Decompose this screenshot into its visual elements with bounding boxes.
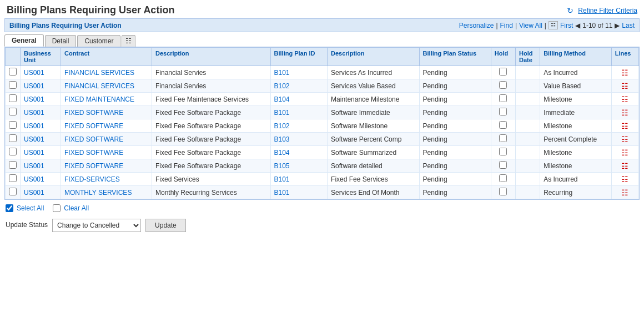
row-lines[interactable]: ☷ bbox=[611, 79, 638, 93]
row-checkbox-cell[interactable] bbox=[6, 186, 21, 199]
select-all-checkbox[interactable] bbox=[6, 204, 13, 212]
view-all-link[interactable]: View All bbox=[519, 22, 542, 29]
row-billing-plan-id[interactable]: B102 bbox=[270, 119, 328, 133]
lines-icon[interactable]: ☷ bbox=[621, 108, 628, 117]
row-checkbox[interactable] bbox=[9, 161, 17, 169]
row-lines[interactable]: ☷ bbox=[611, 186, 638, 199]
hold-checkbox[interactable] bbox=[499, 108, 507, 115]
hold-checkbox[interactable] bbox=[499, 68, 507, 76]
row-billing-plan-id[interactable]: B102 bbox=[270, 79, 328, 93]
row-checkbox-cell[interactable] bbox=[6, 66, 21, 79]
refresh-icon[interactable]: ↻ bbox=[567, 6, 573, 15]
row-billing-plan-id[interactable]: B103 bbox=[270, 133, 328, 146]
row-contract[interactable]: FIXED MAINTENANCE bbox=[61, 93, 152, 106]
row-contract[interactable]: FINANCIAL SERVICES bbox=[61, 66, 152, 79]
row-checkbox[interactable] bbox=[9, 121, 17, 129]
hold-checkbox[interactable] bbox=[499, 188, 507, 195]
refine-filter-link[interactable]: Refine Filter Criteria bbox=[578, 7, 637, 14]
hold-checkbox[interactable] bbox=[499, 121, 507, 129]
lines-icon[interactable]: ☷ bbox=[621, 122, 628, 130]
row-checkbox[interactable] bbox=[9, 81, 17, 89]
tab-general[interactable]: General bbox=[4, 34, 44, 47]
row-hold[interactable] bbox=[491, 133, 515, 146]
row-checkbox-cell[interactable] bbox=[6, 119, 21, 133]
row-lines[interactable]: ☷ bbox=[611, 119, 638, 133]
row-checkbox[interactable] bbox=[9, 188, 17, 195]
tab-icon[interactable]: ☷ bbox=[122, 35, 135, 47]
row-billing-plan-id[interactable]: B101 bbox=[270, 66, 328, 79]
row-contract[interactable]: FINANCIAL SERVICES bbox=[61, 79, 152, 93]
lines-icon[interactable]: ☷ bbox=[621, 135, 628, 144]
row-billing-plan-id[interactable]: B104 bbox=[270, 93, 328, 106]
row-checkbox[interactable] bbox=[9, 174, 17, 182]
last-label[interactable]: Last bbox=[622, 22, 635, 29]
row-checkbox[interactable] bbox=[9, 94, 17, 102]
lines-icon[interactable]: ☷ bbox=[621, 188, 628, 197]
hold-checkbox[interactable] bbox=[499, 81, 507, 89]
tab-customer[interactable]: Customer bbox=[77, 35, 120, 47]
update-button[interactable]: Update bbox=[145, 219, 186, 232]
row-checkbox[interactable] bbox=[9, 108, 17, 115]
lines-icon[interactable]: ☷ bbox=[621, 175, 628, 184]
row-checkbox[interactable] bbox=[9, 148, 17, 155]
hold-checkbox[interactable] bbox=[499, 174, 507, 182]
next-icon[interactable]: ▶ bbox=[615, 22, 620, 29]
row-hold[interactable] bbox=[491, 93, 515, 106]
row-hold[interactable] bbox=[491, 66, 515, 79]
hold-checkbox[interactable] bbox=[499, 94, 507, 102]
row-contract[interactable]: FIXED SOFTWARE bbox=[61, 133, 152, 146]
personalize-link[interactable]: Personalize bbox=[459, 22, 494, 29]
row-billing-plan-id[interactable]: B101 bbox=[270, 173, 328, 186]
row-contract[interactable]: FIXED SOFTWARE bbox=[61, 159, 152, 173]
find-link[interactable]: Find bbox=[500, 22, 513, 29]
row-hold[interactable] bbox=[491, 119, 515, 133]
lines-icon[interactable]: ☷ bbox=[621, 95, 628, 104]
lines-icon[interactable]: ☷ bbox=[621, 68, 628, 77]
row-contract[interactable]: FIXED SOFTWARE bbox=[61, 146, 152, 159]
row-hold[interactable] bbox=[491, 173, 515, 186]
grid-icon[interactable]: ☷ bbox=[549, 21, 558, 29]
row-hold[interactable] bbox=[491, 79, 515, 93]
row-billing-plan-id[interactable]: B101 bbox=[270, 186, 328, 199]
row-billing-plan-id[interactable]: B105 bbox=[270, 159, 328, 173]
row-hold[interactable] bbox=[491, 146, 515, 159]
lines-icon[interactable]: ☷ bbox=[621, 162, 628, 170]
tab-detail[interactable]: Detail bbox=[45, 35, 77, 47]
row-lines[interactable]: ☷ bbox=[611, 173, 638, 186]
row-lines[interactable]: ☷ bbox=[611, 93, 638, 106]
row-contract[interactable]: MONTHLY SERVICES bbox=[61, 186, 152, 199]
row-lines[interactable]: ☷ bbox=[611, 159, 638, 173]
row-checkbox-cell[interactable] bbox=[6, 93, 21, 106]
row-contract[interactable]: FIXED-SERVICES bbox=[61, 173, 152, 186]
row-billing-plan-id[interactable]: B101 bbox=[270, 106, 328, 119]
row-checkbox-cell[interactable] bbox=[6, 146, 21, 159]
row-hold[interactable] bbox=[491, 106, 515, 119]
row-checkbox-cell[interactable] bbox=[6, 106, 21, 119]
select-all-label[interactable]: Select All bbox=[17, 204, 44, 212]
prev-icon[interactable]: ◀ bbox=[575, 22, 580, 29]
clear-all-checkbox[interactable] bbox=[53, 204, 61, 212]
hold-checkbox[interactable] bbox=[499, 134, 507, 142]
row-lines[interactable]: ☷ bbox=[611, 66, 638, 79]
clear-all-area[interactable]: Clear All bbox=[53, 204, 89, 212]
lines-icon[interactable]: ☷ bbox=[621, 82, 628, 90]
row-lines[interactable]: ☷ bbox=[611, 146, 638, 159]
lines-icon[interactable]: ☷ bbox=[621, 148, 628, 157]
row-hold[interactable] bbox=[491, 159, 515, 173]
row-checkbox[interactable] bbox=[9, 68, 17, 76]
clear-all-label[interactable]: Clear All bbox=[64, 204, 89, 212]
row-checkbox-cell[interactable] bbox=[6, 133, 21, 146]
row-hold[interactable] bbox=[491, 186, 515, 199]
row-contract[interactable]: FIXED SOFTWARE bbox=[61, 119, 152, 133]
row-contract[interactable]: FIXED SOFTWARE bbox=[61, 106, 152, 119]
row-checkbox[interactable] bbox=[9, 134, 17, 142]
first-label[interactable]: First bbox=[560, 22, 573, 29]
row-checkbox-cell[interactable] bbox=[6, 79, 21, 93]
select-all-area[interactable]: Select All bbox=[6, 204, 44, 212]
row-billing-plan-id[interactable]: B104 bbox=[270, 146, 328, 159]
hold-checkbox[interactable] bbox=[499, 161, 507, 169]
update-status-select[interactable]: Change to Cancelled Change to Ready Remo… bbox=[52, 219, 141, 232]
row-lines[interactable]: ☷ bbox=[611, 106, 638, 119]
hold-checkbox[interactable] bbox=[499, 148, 507, 155]
row-checkbox-cell[interactable] bbox=[6, 173, 21, 186]
